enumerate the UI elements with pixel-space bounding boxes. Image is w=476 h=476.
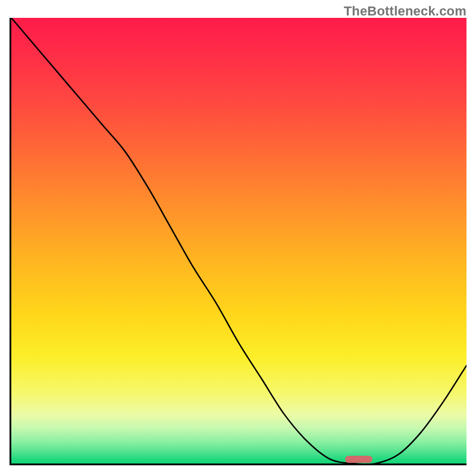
chart-minimum-marker — [345, 456, 372, 463]
chart-curve — [11, 18, 466, 464]
chart-plot-area — [10, 18, 466, 465]
watermark-text: TheBottleneck.com — [344, 4, 466, 19]
